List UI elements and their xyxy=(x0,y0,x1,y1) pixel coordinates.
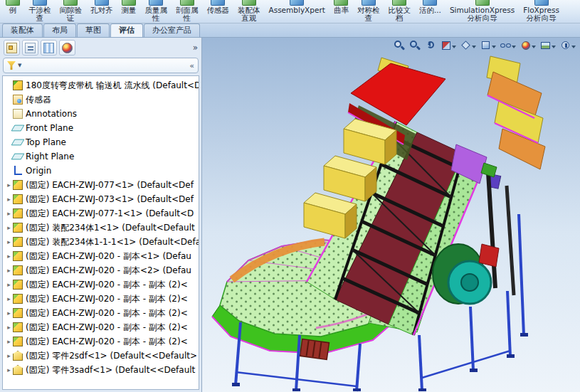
expand-arrow-icon[interactable]: ▸ xyxy=(5,352,13,359)
red-gearbox[interactable] xyxy=(479,244,499,267)
heads-up-button[interactable] xyxy=(393,39,406,52)
tree-item[interactable]: ▸ (固定) EACH-ZWJ-073<1> (Default<Def xyxy=(3,192,199,206)
filter-caret-icon[interactable]: ▼ xyxy=(18,63,21,68)
tree-item[interactable]: ▸ (固定) EACH-ZWJ-020 - 副本<2> (Defau xyxy=(3,263,199,277)
ribbon-button[interactable]: 剖面属 性 xyxy=(172,0,203,23)
tree-item[interactable]: ▸ (固定) 装配234体1-1-1<1> (Default<Defau xyxy=(3,235,199,249)
expand-arrow-icon[interactable]: ▸ xyxy=(5,324,13,331)
ribbon-button[interactable]: 孔对齐 xyxy=(86,0,117,23)
commandmanager-tab[interactable]: 布局 xyxy=(43,23,76,37)
expand-arrow-icon[interactable]: ▸ xyxy=(5,295,13,302)
ribbon-button[interactable]: 传感器 xyxy=(203,0,234,23)
ribbon-button[interactable]: 质量属 性 xyxy=(141,0,172,23)
yellow-step-2[interactable] xyxy=(324,156,376,201)
right-post-1[interactable] xyxy=(488,173,495,288)
expand-arrow-icon[interactable]: ▸ xyxy=(5,267,13,274)
right-post-2[interactable] xyxy=(507,186,514,295)
ribbon-button[interactable]: 例 xyxy=(1,0,24,23)
ribbon-button[interactable]: AssemblyXpert xyxy=(265,0,329,23)
heads-up-button[interactable] xyxy=(520,39,537,52)
tree-item[interactable]: Origin xyxy=(3,164,199,178)
assemblyxpert-icon xyxy=(290,0,304,6)
tree-item[interactable]: ▸ (固定) EACH-ZWJ-020 - 副本 - 副本 (2)< xyxy=(3,292,199,306)
commandmanager-tab[interactable]: 草图 xyxy=(77,23,110,37)
expand-arrow-icon[interactable]: ▸ xyxy=(5,309,13,317)
ribbon-button[interactable]: 间隙验 证 xyxy=(56,0,87,23)
conveyor-model[interactable] xyxy=(212,56,545,391)
heads-up-button[interactable] xyxy=(539,39,557,52)
expand-arrow-icon[interactable]: ▸ xyxy=(5,196,13,203)
tree-item[interactable]: ▸ (固定) 零件2sdf<1> (Default<<Default> xyxy=(3,349,199,363)
heads-up-button[interactable] xyxy=(460,39,477,52)
section-view-icon xyxy=(441,40,452,51)
tree-item[interactable]: ▸ (固定) EACH-ZWJ-077-1<1> (Default<D xyxy=(3,206,199,221)
tab-label: 布局 xyxy=(52,26,68,35)
tree-item[interactable]: ▸ (固定) EACH-ZWJ-020 - 副本 - 副本 (2)< xyxy=(3,320,199,334)
ribbon-button[interactable]: SimulationXpress 分析向导 xyxy=(445,0,519,23)
orange-cascade[interactable] xyxy=(487,56,545,169)
tree-item[interactable]: ▸ (固定) EACH-ZWJ-020 - 副本 - 副本 (2)< xyxy=(3,277,199,292)
tree-item[interactable]: ▸ (固定) EACH-ZWJ-020 - 副本 - 副本 (2)< xyxy=(3,306,199,320)
yellow-step-3[interactable] xyxy=(304,193,357,238)
commandmanager-tab[interactable]: 办公室产品 xyxy=(144,23,200,37)
feature-tree-filter-bar[interactable]: ▼ « xyxy=(3,58,199,73)
tree-item[interactable]: ▸ (固定) 装配234体1<1> (Default<Default xyxy=(3,221,199,235)
tree-item[interactable]: ▸ (固定) EACH-ZWJ-020 - 副本<1> (Defau xyxy=(3,249,199,263)
tree-item[interactable]: Right Plane xyxy=(3,149,199,164)
panel-tab[interactable] xyxy=(59,40,75,55)
ribbon-button[interactable]: 活的... xyxy=(415,0,445,23)
filter-funnel-icon[interactable] xyxy=(7,61,16,70)
ribbon-button-label: AssemblyXpert xyxy=(269,6,325,14)
expand-arrow-icon[interactable]: ▸ xyxy=(5,281,13,288)
hud-dropdown-caret xyxy=(452,46,456,51)
ribbon-button[interactable]: 对称检 查 xyxy=(353,0,384,23)
tab-label: 装配体 xyxy=(11,26,34,35)
heads-up-button[interactable] xyxy=(559,39,576,52)
commandmanager-tab[interactable]: 评估 xyxy=(110,23,143,37)
expand-arrow-icon[interactable]: ▸ xyxy=(5,181,13,189)
ribbon-button[interactable]: 比较文 档 xyxy=(384,0,415,23)
graphics-area[interactable] xyxy=(202,38,580,392)
tree-item[interactable]: Top Plane xyxy=(3,135,199,149)
tree-item[interactable]: ▸ (固定) 零件3sadf<1> (Default<<Default xyxy=(3,363,199,377)
icon-assembly xyxy=(13,251,23,261)
ribbon-button-label: 曲率 xyxy=(334,6,349,14)
ribbon-button-label2: 查 xyxy=(36,14,44,22)
drive-motor[interactable] xyxy=(300,339,329,359)
heads-up-button[interactable] xyxy=(408,39,421,52)
tree-item[interactable]: 180度转弯皮带机 输送机 流水线 (Default<D xyxy=(3,78,199,92)
tree-item[interactable]: 传感器 xyxy=(3,92,199,107)
heads-up-button[interactable] xyxy=(440,39,457,52)
ribbon-button[interactable]: 测量 xyxy=(117,0,141,23)
expand-arrow-icon[interactable]: ▸ xyxy=(5,224,13,231)
ribbon-button[interactable]: 曲率 xyxy=(329,0,353,23)
ribbon-button[interactable]: 装配体 直观 xyxy=(233,0,265,23)
tree-item-label: (固定) 零件3sadf<1> (Default<<Default xyxy=(26,364,195,376)
tree-item[interactable]: Front Plane xyxy=(3,121,199,135)
expand-arrow-icon[interactable]: ▸ xyxy=(5,338,13,345)
ribbon-button[interactable]: FloXpress 分析向导 xyxy=(519,0,564,23)
featuremanager-panel: » ▼ « 180度转弯皮带机 输送机 流水线 (Default<D xyxy=(0,38,202,392)
expand-arrow-icon[interactable]: ▸ xyxy=(5,238,13,245)
expand-arrow-icon[interactable]: ▸ xyxy=(5,210,13,217)
expand-arrow-icon[interactable]: ▸ xyxy=(5,253,13,260)
expand-arrow-icon[interactable]: ▸ xyxy=(5,366,13,374)
commandmanager-tab[interactable]: 装配体 xyxy=(2,23,43,37)
panel-tab[interactable] xyxy=(4,40,20,55)
tree-item-label: (固定) EACH-ZWJ-020 - 副本 - 副本 (2)< xyxy=(26,279,188,291)
panel-tab[interactable] xyxy=(41,40,57,55)
heads-up-button[interactable] xyxy=(500,39,517,52)
tree-item[interactable]: ▸ (固定) EACH-ZWJ-020 - 副本 - 副本 (2)< xyxy=(3,334,199,349)
filter-collapse-chevron-icon[interactable]: « xyxy=(189,61,194,70)
tree-item[interactable]: ▸ (固定) EACH-ZWJ-077<1> (Default<Def xyxy=(3,178,199,192)
panel-expand-chevron-icon[interactable]: » xyxy=(193,43,198,53)
tree-item[interactable]: Annotations xyxy=(3,107,199,121)
ribbon-button-label: 活的... xyxy=(419,6,441,14)
panel-tab-bar: » xyxy=(0,38,201,58)
heads-up-button[interactable] xyxy=(480,39,497,52)
model-canvas[interactable] xyxy=(202,38,580,392)
command-manager-ribbon: 例 干涉检 查 间隙验 证 孔对齐 测量 xyxy=(0,0,580,23)
heads-up-button[interactable] xyxy=(424,39,437,52)
ribbon-button[interactable]: 干涉检 查 xyxy=(24,0,56,23)
panel-tab[interactable] xyxy=(22,40,38,55)
